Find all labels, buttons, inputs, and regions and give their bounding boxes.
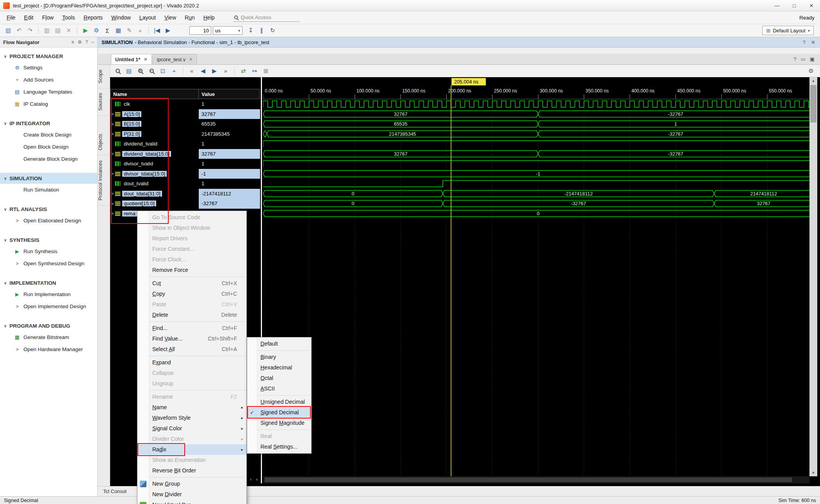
menu-edit[interactable]: Edit bbox=[20, 11, 38, 24]
collapse-right-icon[interactable]: › bbox=[250, 477, 251, 482]
expand-arrow-icon[interactable]: > bbox=[110, 191, 115, 196]
value-column-header[interactable]: Value bbox=[198, 89, 260, 99]
search-icon[interactable] bbox=[112, 66, 123, 76]
zoom-out-icon[interactable]: − bbox=[146, 66, 157, 76]
edit-icon[interactable]: ✎ bbox=[124, 25, 134, 35]
scroll-down-icon[interactable]: ▼ bbox=[809, 469, 817, 476]
tab-close-icon[interactable]: ✕ bbox=[144, 57, 147, 62]
context-menu-item-select-all[interactable]: Select AllCtrl+A bbox=[137, 344, 246, 355]
step-icon[interactable]: ↧ bbox=[246, 25, 256, 35]
signal-row-dividend-tdata-15-0[interactable]: >dividend_tdata[15:0] bbox=[110, 149, 199, 159]
probe-icon[interactable]: + bbox=[135, 25, 145, 35]
help-icon[interactable]: ? bbox=[803, 39, 806, 45]
tab-close-icon[interactable]: ✕ bbox=[189, 57, 193, 62]
signal-value-divisor-tvalid[interactable]: 1 bbox=[199, 159, 260, 169]
waveform-svg[interactable]: 0.000 ns50.000 ns100.000 ns150.000 ns200… bbox=[263, 77, 809, 483]
signal-row-p-31-0[interactable]: >P[31:0] bbox=[110, 129, 199, 139]
paste-icon[interactable]: ▤ bbox=[53, 25, 63, 35]
expand-arrow-icon[interactable]: > bbox=[110, 171, 115, 176]
tab-untitled-1[interactable]: Untitled 1*✕ bbox=[111, 54, 152, 64]
float-icon[interactable]: ▭ bbox=[800, 56, 805, 62]
signal-row-dout-tdata-31-0[interactable]: >dout_tdata[31:0] bbox=[110, 189, 199, 199]
signal-value-dout-tvalid[interactable]: 1 bbox=[199, 179, 260, 189]
go-to-time-0-icon[interactable]: « bbox=[187, 66, 197, 76]
flow-item-open-hardware-manager[interactable]: >Open Hardware Manager bbox=[0, 343, 97, 355]
flow-item-create-block-design[interactable]: Create Block Design bbox=[0, 129, 97, 141]
context-menu-item-cut[interactable]: CutCtrl+X bbox=[137, 278, 246, 289]
context-menu-item-find[interactable]: Find...Ctrl+F bbox=[137, 323, 246, 334]
flow-item-generate-bitstream[interactable]: ▦Generate Bitstream bbox=[0, 331, 97, 343]
radix-option-signed-decimal[interactable]: ✓Signed Decimal bbox=[247, 407, 311, 418]
signal-row-clk[interactable]: clk bbox=[110, 99, 199, 109]
flow-section-header-ip-integrator[interactable]: ∨IP INTEGRATOR bbox=[0, 118, 97, 129]
scrollbar-thumb[interactable] bbox=[810, 85, 816, 122]
menu-flow[interactable]: Flow bbox=[38, 11, 58, 24]
radix-option-default[interactable]: Default bbox=[247, 339, 311, 349]
signal-row-quotient-15-0[interactable]: >quotient[15:0] bbox=[110, 199, 199, 209]
copy-icon[interactable]: ▥ bbox=[42, 25, 52, 35]
flow-item-ip-catalog[interactable]: ▦IP Catalog bbox=[0, 98, 97, 110]
float-pane-icon[interactable]: ⊞ bbox=[261, 66, 271, 76]
wave-settings-gear-icon[interactable]: ⚙ bbox=[806, 66, 816, 76]
flow-item-run-implementation[interactable]: ▶Run Implementation bbox=[0, 288, 97, 300]
collapse-left-icon[interactable]: ‹ bbox=[256, 477, 258, 482]
flow-section-header-project-manager[interactable]: ∨PROJECT MANAGER bbox=[0, 51, 97, 62]
restart-icon[interactable]: |◀ bbox=[152, 25, 162, 35]
context-menu-item-name[interactable]: Name▸ bbox=[137, 402, 246, 413]
side-tab-scope[interactable]: Scope bbox=[98, 65, 110, 88]
flow-item-open-elaborated-design[interactable]: >Open Elaborated Design bbox=[0, 215, 97, 227]
redo-icon[interactable]: ↷ bbox=[25, 25, 35, 35]
flow-item-run-synthesis[interactable]: ▶Run Synthesis bbox=[0, 245, 97, 257]
menu-file[interactable]: File bbox=[2, 11, 20, 24]
close-button[interactable]: ✕ bbox=[803, 0, 820, 11]
context-menu-item-radix[interactable]: Radix▸ bbox=[137, 444, 246, 455]
expand-arrow-icon[interactable]: > bbox=[110, 131, 115, 136]
tcl-console-tab[interactable]: Tcl Consol bbox=[103, 488, 127, 494]
context-menu-item-new-virtual-bus[interactable]: New Virtual Bus bbox=[137, 500, 246, 504]
relaunch-icon[interactable]: ↻ bbox=[267, 25, 278, 35]
flow-section-header-rtl-analysis[interactable]: ∨RTL ANALYSIS bbox=[0, 204, 97, 215]
report-icon[interactable]: ▦ bbox=[113, 25, 123, 35]
context-menu-item-new-divider[interactable]: New Divider bbox=[137, 489, 246, 500]
previous-transition-icon[interactable]: ◀ bbox=[198, 66, 208, 76]
radix-option-real-settings[interactable]: Real Settings... bbox=[247, 442, 311, 452]
sum-icon[interactable]: Σ bbox=[102, 25, 112, 35]
snap-to-transition-icon[interactable]: ↦ bbox=[250, 66, 260, 76]
expand-arrow-icon[interactable]: > bbox=[110, 151, 115, 156]
context-menu-item-expand[interactable]: Expand bbox=[137, 357, 246, 368]
side-tab-objects[interactable]: Objects bbox=[98, 129, 110, 155]
context-menu-item-signal-color[interactable]: Signal Color▸ bbox=[137, 423, 246, 434]
settings-icon[interactable]: ⚙ bbox=[78, 39, 82, 45]
radix-option-hexadecimal[interactable]: Hexadecimal bbox=[247, 362, 311, 373]
go-to-last-icon[interactable]: » bbox=[221, 66, 231, 76]
radix-option-ascii[interactable]: ASCII bbox=[247, 383, 311, 394]
context-menu-item-reverse-bit-order[interactable]: Reverse Bit Order bbox=[137, 465, 246, 476]
name-column-header[interactable]: Name bbox=[110, 89, 199, 99]
expand-arrow-icon[interactable]: > bbox=[110, 122, 115, 126]
zoom-in-icon[interactable]: + bbox=[135, 66, 145, 76]
flow-item-language-templates[interactable]: ▤Language Templates bbox=[0, 86, 97, 98]
menu-help[interactable]: Help bbox=[199, 11, 219, 24]
context-menu-item-waveform-style[interactable]: Waveform Style▸ bbox=[137, 413, 246, 423]
settings-gear-icon[interactable]: ⚙ bbox=[91, 25, 102, 35]
radix-option-binary[interactable]: Binary bbox=[247, 352, 311, 362]
zoom-fit-icon[interactable]: ⊡ bbox=[158, 66, 168, 76]
zoom-to-cursor-icon[interactable]: + bbox=[169, 66, 179, 76]
context-menu-item-delete[interactable]: DeleteDelete bbox=[137, 310, 246, 320]
expand-arrow-icon[interactable]: > bbox=[110, 112, 115, 116]
context-menu-item-copy[interactable]: CopyCtrl+C bbox=[137, 289, 246, 299]
signal-row-b-15-0[interactable]: >B[15:0] bbox=[110, 119, 199, 129]
signal-value-dout-tdata-31-0[interactable]: -2147418112 bbox=[199, 189, 260, 199]
quick-access-search[interactable]: Quick Access bbox=[233, 13, 299, 22]
signal-value-b-15-0[interactable]: 65535 bbox=[199, 119, 260, 129]
radix-option-octal[interactable]: Octal bbox=[247, 373, 311, 383]
radix-option-signed-magnitude[interactable]: Signed Magnitude bbox=[247, 418, 311, 428]
tab-ipcore-test-v[interactable]: ipcore_test.v✕ bbox=[153, 54, 197, 64]
flow-section-header-simulation[interactable]: ∨SIMULATION bbox=[0, 173, 97, 184]
menu-layout[interactable]: Layout bbox=[135, 11, 160, 24]
signal-value-quotient-15-0[interactable]: -32767 bbox=[199, 199, 260, 209]
run-for-icon[interactable]: ▶ bbox=[163, 25, 173, 35]
signal-value-divisor-tdata-15-0[interactable]: -1 bbox=[199, 169, 260, 179]
signal-value-dividend-tdata-15-0[interactable]: 32767 bbox=[199, 149, 260, 159]
menu-run[interactable]: Run bbox=[180, 11, 199, 24]
